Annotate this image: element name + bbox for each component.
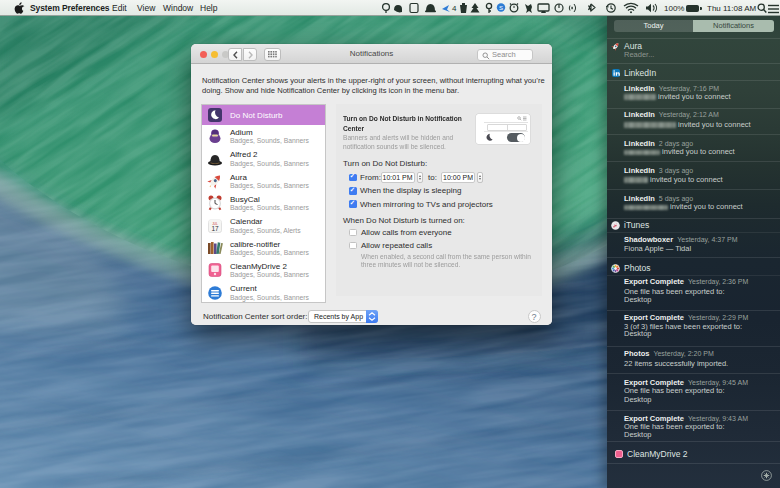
svg-text:17: 17 <box>211 225 219 232</box>
svg-text:4: 4 <box>452 4 457 13</box>
svg-text:S: S <box>499 5 503 11</box>
